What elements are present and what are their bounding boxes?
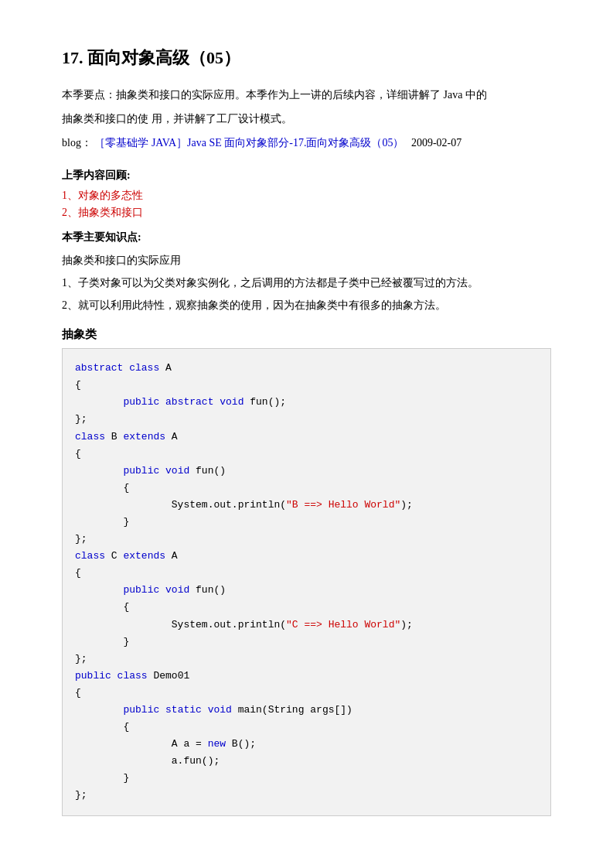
blog-label: blog： (62, 137, 92, 149)
blog-link[interactable]: ［零基础学 JAVA］Java SE 面向对象部分-17.面向对象高级（05） (94, 137, 404, 149)
review-title: 上季内容回顾: (62, 169, 551, 183)
blog-date: 2009-02-07 (411, 137, 461, 149)
code-block: abstract class A { public abstract void … (62, 348, 551, 815)
intro-line1: 本季要点：抽象类和接口的实际应用。本季作为上一讲的后续内容，详细讲解了 Java… (62, 85, 551, 104)
review-link-1[interactable]: 1、对象的多态性 (62, 189, 551, 203)
blog-line: blog： ［零基础学 JAVA］Java SE 面向对象部分-17.面向对象高… (62, 133, 551, 152)
page-title: 17. 面向对象高级（05） (62, 46, 551, 70)
point1: 1、子类对象可以为父类对象实例化，之后调用的方法都是子类中已经被覆写过的方法。 (62, 273, 551, 292)
main-points-title: 本季主要知识点: (62, 231, 551, 244)
point2: 2、就可以利用此特性，观察抽象类的使用，因为在抽象类中有很多的抽象方法。 (62, 296, 551, 315)
intro-line2: 抽象类和接口的使 用，并讲解了工厂设计模式。 (62, 109, 551, 128)
abstract-section-title: 抽象类 (62, 327, 551, 342)
main-points-text: 抽象类和接口的实际应用 (62, 251, 551, 270)
review-link-2[interactable]: 2、抽象类和接口 (62, 206, 551, 220)
